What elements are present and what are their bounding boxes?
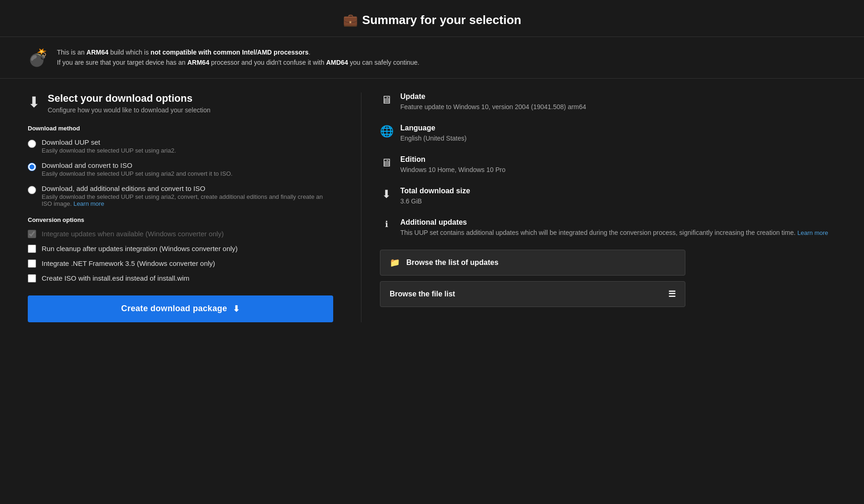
update-title: Update [400,92,586,101]
radio-additional-input[interactable] [28,186,36,194]
additional-updates-learn-more[interactable]: Learn more [797,229,828,236]
language-value: English (United States) [400,134,466,143]
radio-iso-sublabel: Easily download the selected UUP set usi… [42,170,232,177]
radio-uup-label: Download UUP set [42,138,176,146]
radio-additional-label: Download, add additional editions and co… [42,184,333,192]
download-size-title: Total download size [400,187,470,195]
radio-additional-learn-more[interactable]: Learn more [74,200,104,207]
additional-updates-icon: ℹ [380,219,393,229]
language-title: Language [400,124,466,132]
browse-file-list-button[interactable]: Browse the file list ☰ [380,281,685,307]
radio-iso-input[interactable] [28,163,36,171]
left-column: ⬇ Select your download options Configure… [28,92,361,322]
radio-option-uup[interactable]: Download UUP set Easily download the sel… [28,138,333,154]
checkbox-esd-input[interactable] [28,274,36,283]
create-download-package-button[interactable]: Create download package ⬇ [28,295,333,322]
warning-banner: 💣 This is an ARM64 build which is not co… [0,37,864,79]
radio-iso-label: Download and convert to ISO [42,161,232,169]
info-row-update: 🖥 Update Feature update to Windows 10, v… [380,92,836,112]
browse-updates-button[interactable]: 📁 Browse the list of updates [380,250,685,276]
info-row-language: 🌐 Language English (United States) [380,124,836,143]
checkbox-dotnet-input[interactable] [28,259,36,268]
radio-uup-input[interactable] [28,140,36,148]
checkbox-integrate-label: Integrate updates when available (Window… [42,230,224,238]
right-column: 🖥 Update Feature update to Windows 10, v… [361,92,836,322]
info-row-edition: 🖥 Edition Windows 10 Home, Windows 10 Pr… [380,155,836,175]
page-header: 💼 Summary for your selection [0,0,864,37]
download-options-subtitle: Configure how you would like to download… [48,106,211,114]
checkbox-esd[interactable]: Create ISO with install.esd instead of i… [28,274,333,283]
checkbox-integrate-input[interactable] [28,230,36,238]
checkbox-esd-label: Create ISO with install.esd instead of i… [42,274,189,282]
create-btn-label: Create download package [121,304,227,313]
briefcase-icon: 💼 [343,13,358,27]
browse-file-list-icon: ☰ [668,289,676,299]
conversion-options-label: Conversion options [28,216,333,223]
edition-value: Windows 10 Home, Windows 10 Pro [400,165,505,175]
browse-updates-icon: 📁 [390,258,400,268]
main-content: ⬇ Select your download options Configure… [0,79,864,336]
edition-icon: 🖥 [380,156,393,169]
additional-updates-title: Additional updates [400,218,828,227]
update-icon: 🖥 [380,93,393,106]
download-options-title: Select your download options [48,92,211,104]
checkbox-cleanup-input[interactable] [28,245,36,253]
download-method-label: Download method [28,125,333,132]
download-size-value: 3.6 GiB [400,197,470,206]
create-btn-icon: ⬇ [233,304,240,314]
page-title: 💼 Summary for your selection [343,13,522,27]
info-row-download-size: ⬇ Total download size 3.6 GiB [380,187,836,206]
additional-updates-text: This UUP set contains additional updates… [400,228,828,238]
download-options-heading: ⬇ Select your download options Configure… [28,92,333,114]
checkbox-cleanup[interactable]: Run cleanup after updates integration (W… [28,245,333,253]
radio-additional-sublabel: Easily download the selected UUP set usi… [42,193,333,207]
radio-option-iso[interactable]: Download and convert to ISO Easily downl… [28,161,333,177]
warning-text: This is an ARM64 build which is not comp… [57,47,419,68]
language-icon: 🌐 [380,125,393,138]
checkbox-integrate[interactable]: Integrate updates when available (Window… [28,230,333,238]
radio-option-additional[interactable]: Download, add additional editions and co… [28,184,333,207]
checkbox-dotnet-label: Integrate .NET Framework 3.5 (Windows co… [42,259,215,267]
radio-uup-sublabel: Easily download the selected UUP set usi… [42,147,176,154]
warning-icon: 💣 [28,48,49,68]
update-value: Feature update to Windows 10, version 20… [400,102,586,112]
checkbox-cleanup-label: Run cleanup after updates integration (W… [42,245,238,252]
download-size-icon: ⬇ [380,188,393,201]
browse-updates-label: Browse the list of updates [406,258,498,267]
download-options-icon: ⬇ [28,93,40,111]
edition-title: Edition [400,155,505,164]
info-row-additional-updates: ℹ Additional updates This UUP set contai… [380,218,836,238]
checkbox-dotnet[interactable]: Integrate .NET Framework 3.5 (Windows co… [28,259,333,268]
browse-file-list-label: Browse the file list [390,290,455,298]
